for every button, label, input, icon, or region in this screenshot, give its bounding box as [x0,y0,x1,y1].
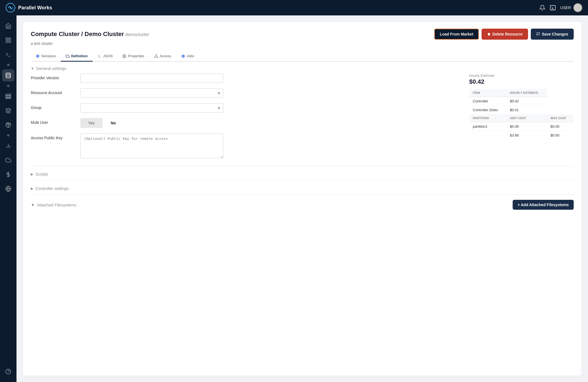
chevron-right-controller-icon: ▶ [31,187,33,190]
tab-jobs[interactable]: i Jobs [176,51,199,62]
scripts-header[interactable]: ▶ Scripts [31,167,574,179]
tab-content: ▼ General settings Provider Version [31,62,574,212]
cost-panel: Hourly Estimate $0.42 ITEM HOURLY ESTIMA… [469,73,574,140]
item-name: Controller [469,97,507,106]
partition-header: PARTITION [469,114,507,122]
app-logo: Parallel Works [6,3,539,13]
scripts-label: Scripts [35,172,48,176]
save-changes-button[interactable]: Save Changes [531,29,574,40]
multi-user-label: Multi User [31,118,75,125]
header-actions: Load From Market Delete Resource Save Ch… [434,29,574,40]
svg-point-1 [10,7,11,8]
general-settings-body: Provider Version Resource Account [31,73,574,165]
cost-table-header-items: ITEM HOURLY ESTIMATE [469,89,574,97]
partition-max: $0.00 [547,122,573,131]
hourly-estimate-label: Hourly Estimate [469,73,574,78]
sidebar-item-layout[interactable] [2,34,14,46]
tab-definition-label: Definition [71,54,88,58]
provider-version-row: Provider Version [31,73,453,83]
access-public-key-control [80,133,223,159]
group-control [80,103,223,113]
layout-icon [5,37,11,43]
partition-max: $0.00 [547,131,573,140]
tab-sessions[interactable]: i Sessions [31,51,61,62]
terminal-nav-icon[interactable] [550,5,556,11]
tab-properties[interactable]: Properties [117,51,149,62]
partition-name: partition1 [469,122,507,131]
delete-resource-button[interactable]: Delete Resource [482,29,528,40]
dollar-icon [5,171,11,178]
sidebar-item-help[interactable] [2,365,14,378]
svg-marker-12 [6,108,11,111]
tab-json[interactable]: JSON [93,51,118,62]
sidebar-item-database[interactable] [2,69,14,81]
help-icon [5,369,11,375]
general-settings-header[interactable]: ▼ General settings [31,62,574,73]
toggle-no[interactable]: No [102,118,124,128]
resource-account-select[interactable] [80,88,223,98]
partition-name [469,131,507,140]
svg-rect-5 [6,41,8,42]
flag-icon [536,32,540,36]
hourly-estimate-value: $0.42 [469,78,574,85]
access-public-key-row: Access Public Key [31,133,453,159]
svg-line-33 [156,56,157,57]
sidebar-item-storage[interactable] [2,90,14,102]
resource-account-row: Resource Account [31,88,453,98]
svg-rect-4 [9,38,10,40]
layout: Compute Cluster / Demo Cluster democlust… [0,15,588,382]
sidebar [0,15,17,382]
table-row: partition1$0.08$0.00 [469,122,574,131]
provider-version-input[interactable] [80,73,223,83]
sidebar-dot-2 [7,85,9,87]
sidebar-item-home[interactable] [2,20,14,32]
svg-rect-9 [6,94,11,96]
cost-table: ITEM HOURLY ESTIMATE Controller$0.42Cont… [469,89,574,140]
attached-filesystems-header[interactable]: ▼ Attached Filesystems [31,203,76,207]
info-icon-sessions: i [36,54,40,58]
tab-definition[interactable]: Definition [61,51,93,62]
toggle-yes[interactable]: Yes [80,118,102,128]
tab-properties-label: Properties [128,54,144,58]
gear-icon [122,54,126,58]
notification-icon[interactable] [539,5,545,11]
sidebar-item-dollar[interactable] [2,168,14,181]
resource-account-label: Resource Account [31,88,75,95]
svg-rect-6 [9,41,10,42]
tab-access-label: Access [160,54,171,58]
multi-user-toggle[interactable]: Yes No [80,118,124,128]
sidebar-dot-1 [7,64,9,66]
sidebar-item-globe[interactable] [2,183,14,195]
sidebar-item-terminal[interactable] [2,48,14,61]
access-public-key-textarea[interactable] [80,133,223,158]
layers-icon [5,108,11,114]
terminal-icon [5,51,11,58]
svg-text:i: i [37,55,38,57]
sidebar-item-layers[interactable] [2,105,14,117]
chevron-down-icon: ▼ [31,67,34,70]
svg-rect-2 [550,6,555,10]
provider-version-control [80,73,223,83]
cloud-icon [5,157,11,163]
svg-line-13 [7,123,9,124]
cluster-id: democluster [125,32,149,37]
logo-icon [6,3,15,13]
tab-access[interactable]: Access [149,51,176,62]
group-label: Group [31,103,75,110]
cost-hourly-header: HOURLY ESTIMATE [507,89,547,97]
access-public-key-label: Access Public Key [31,133,75,140]
group-select[interactable] [80,103,223,113]
user-label: USER [560,6,571,10]
add-attached-filesystems-button[interactable]: + Add Attached Filesystems [513,200,574,210]
load-from-market-button[interactable]: Load From Market [434,29,479,40]
controller-settings-header[interactable]: ▶ Controller settings [31,182,574,193]
table-row: Controller Disks$0.01 [469,106,574,114]
sidebar-item-chart[interactable] [2,140,14,152]
home-icon [5,23,11,29]
sidebar-item-cloud[interactable] [2,154,14,166]
item-name: Controller Disks [469,106,507,114]
unit-cost-header: UNIT COST [507,114,547,122]
tab-json-label: JSON [103,54,113,58]
user-menu[interactable]: USER [560,3,582,12]
sidebar-item-package[interactable] [2,119,14,131]
